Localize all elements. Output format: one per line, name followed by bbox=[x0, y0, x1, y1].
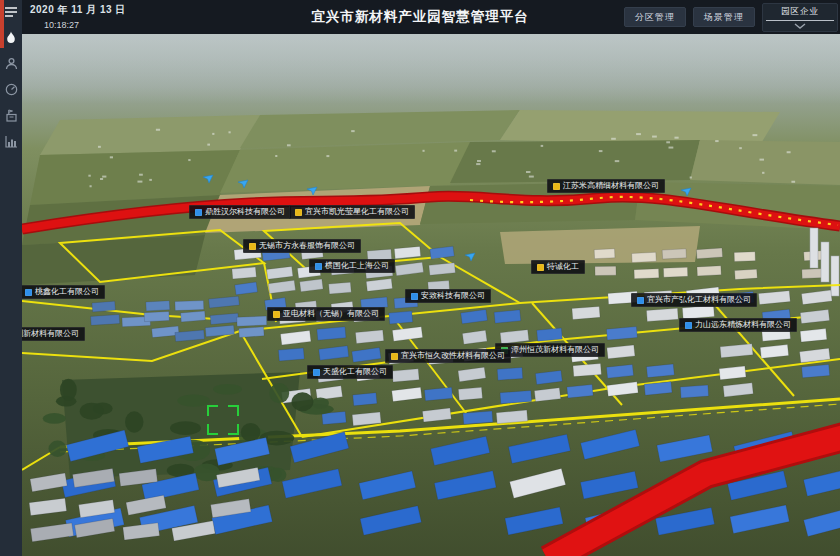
map-label-pill[interactable]: 亚电材料（无锡）有限公司 bbox=[267, 307, 385, 321]
poi-icon bbox=[315, 263, 322, 270]
map-label-pill[interactable]: 安致科技有限公司 bbox=[405, 289, 491, 303]
company-name: 横国化工上海公司 bbox=[325, 262, 389, 270]
map-label-pill[interactable]: 特诚化工 bbox=[531, 260, 585, 274]
dropdown-label: 园区企业 bbox=[766, 6, 834, 21]
top-bar: 2020 年 11 月 13 日 10:18:27 宜兴市新材料产业园智慧管理平… bbox=[0, 0, 840, 34]
company-name: 天盛化工有限公司 bbox=[323, 368, 387, 376]
menu-icon bbox=[4, 6, 18, 18]
poi-icon bbox=[25, 289, 32, 296]
company-name: 亚电材料（无锡）有限公司 bbox=[283, 310, 379, 318]
map-label-pill[interactable]: 鼎胜汉尔科技有限公司 bbox=[189, 205, 291, 219]
zone-manage-button[interactable]: 分区管理 bbox=[624, 7, 686, 27]
company-name: 潭州恒茂新材料有限公司 bbox=[511, 346, 599, 354]
flame-icon bbox=[5, 31, 17, 44]
map-label-pill[interactable]: 天盛化工有限公司 bbox=[307, 365, 393, 379]
company-name: 宜兴市产弘化工材料有限公司 bbox=[647, 296, 751, 304]
scene-manage-button[interactable]: 场景管理 bbox=[693, 7, 755, 27]
poi-icon bbox=[411, 293, 418, 300]
map-label-pill[interactable]: 江苏米高精细材料有限公司 bbox=[547, 179, 665, 193]
poi-icon bbox=[273, 311, 280, 318]
map-label-pill[interactable]: 力山远东精炼材料有限公司 bbox=[679, 318, 797, 332]
company-name: 特诚化工 bbox=[547, 263, 579, 271]
company-name: 江苏米高精细材料有限公司 bbox=[563, 182, 659, 190]
poi-icon bbox=[637, 297, 644, 304]
map-label-pill[interactable]: 潭州恒茂新材料有限公司 bbox=[495, 343, 605, 357]
map-label-pill[interactable]: 宜兴市产弘化工材料有限公司 bbox=[631, 293, 757, 307]
company-name: 宜兴市凯光莹星化工有限公司 bbox=[305, 208, 409, 216]
map-label-pill[interactable]: 无锡市方永春服饰有限公司 bbox=[243, 239, 361, 253]
time-label: 10:18:27 bbox=[44, 20, 126, 30]
map-label-pill[interactable]: 宜兴市恒久改性材料有限公司 bbox=[385, 349, 511, 363]
reticle-corner bbox=[207, 405, 218, 416]
sidebar-item-stats[interactable] bbox=[0, 128, 22, 154]
sidebar-item-gauge[interactable] bbox=[0, 76, 22, 102]
map-label-pill[interactable]: 横国化工上海公司 bbox=[309, 259, 395, 273]
poi-icon bbox=[537, 264, 544, 271]
person-icon bbox=[5, 57, 18, 70]
sidebar-item-factory[interactable] bbox=[0, 102, 22, 128]
company-name: 宜兴市恒久改性材料有限公司 bbox=[401, 352, 505, 360]
poi-icon bbox=[553, 183, 560, 190]
poi-icon bbox=[195, 209, 202, 216]
bar-chart-icon bbox=[5, 135, 18, 148]
sidebar-item-person[interactable] bbox=[0, 50, 22, 76]
company-name: 无锡市方永春服饰有限公司 bbox=[259, 242, 355, 250]
poi-icon bbox=[249, 243, 256, 250]
poi-icon bbox=[685, 322, 692, 329]
poi-icon bbox=[295, 209, 302, 216]
header-actions: 分区管理 场景管理 园区企业 bbox=[624, 0, 838, 34]
company-name: 安致科技有限公司 bbox=[421, 292, 485, 300]
reticle-corner bbox=[228, 405, 239, 416]
reticle-corner bbox=[207, 424, 218, 435]
date-label: 2020 年 11 月 13 日 bbox=[30, 3, 126, 17]
selection-reticle[interactable] bbox=[207, 405, 239, 435]
gauge-icon bbox=[5, 83, 18, 96]
active-accent-strip bbox=[0, 0, 4, 48]
factory-icon bbox=[5, 109, 18, 122]
sidebar bbox=[0, 0, 22, 556]
chevron-down-icon bbox=[794, 23, 806, 29]
company-name: 桃鑫化工有限公司 bbox=[35, 288, 99, 296]
poi-icon bbox=[313, 369, 320, 376]
map-label-pill[interactable]: 桃鑫化工有限公司 bbox=[19, 285, 105, 299]
company-name: 鼎胜汉尔科技有限公司 bbox=[205, 208, 285, 216]
page-title: 宜兴市新材料产业园智慧管理平台 bbox=[311, 0, 529, 34]
reticle-corner bbox=[228, 424, 239, 435]
poi-icon bbox=[391, 353, 398, 360]
company-name: 力山远东精炼材料有限公司 bbox=[695, 321, 791, 329]
map-label-pill[interactable]: 宜兴市凯光莹星化工有限公司 bbox=[289, 205, 415, 219]
datetime: 2020 年 11 月 13 日 10:18:27 bbox=[30, 3, 126, 30]
park-enterprise-dropdown[interactable]: 园区企业 bbox=[762, 3, 838, 32]
